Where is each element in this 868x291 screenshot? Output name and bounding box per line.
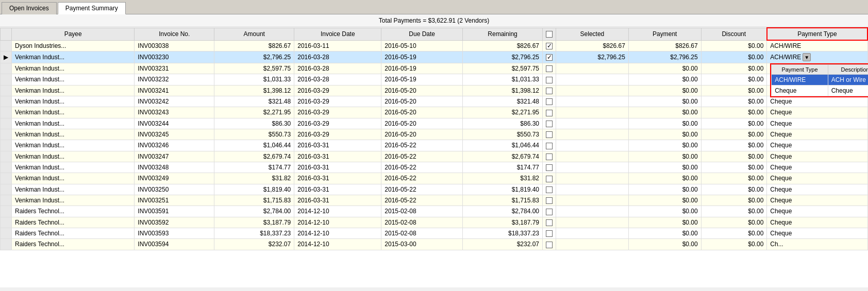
table-row[interactable]: Venkman Indust...INV003251$1,715.832016-… [1, 195, 868, 206]
checkbox-cell[interactable] [543, 239, 556, 250]
amount-cell: $1,046.44 [214, 140, 294, 151]
row-checkbox[interactable] [546, 143, 553, 149]
row-checkbox[interactable] [546, 65, 553, 72]
payment-type-cell[interactable]: Cheque [767, 162, 867, 173]
row-checkbox[interactable] [546, 176, 553, 182]
table-row[interactable]: Venkman Indust...INV003249$31.822016-03-… [1, 173, 868, 184]
table-row[interactable]: Raiders Technol...INV003592$3,187.792014… [1, 217, 868, 228]
dropdown-option[interactable]: ACH/WIREACH or Wire [772, 75, 868, 85]
table-row[interactable]: Dyson Industries...INV003038$826.672016-… [1, 40, 868, 52]
payment-type-cell[interactable]: Cheque [767, 129, 867, 140]
checkbox-cell[interactable] [543, 217, 556, 228]
table-row[interactable]: Venkman Indust...INV003241$1,398.122016-… [1, 85, 868, 96]
row-checkbox[interactable] [546, 242, 553, 248]
row-checkbox[interactable] [546, 219, 553, 226]
checkbox-cell[interactable] [543, 162, 556, 173]
discount-cell: $0.00 [701, 118, 767, 129]
payment-type-cell[interactable]: Cheque [767, 151, 867, 162]
row-checkbox[interactable] [546, 153, 553, 160]
row-checkbox[interactable] [546, 110, 553, 116]
payment-type-cell[interactable]: Cheque [767, 228, 867, 238]
checkbox-cell[interactable] [543, 63, 556, 74]
row-checkbox[interactable] [546, 230, 553, 237]
dropdown-option[interactable]: ChequeCheque [772, 85, 868, 96]
table-row[interactable]: Venkman Indust...INV003245$550.732016-03… [1, 129, 868, 140]
table-row[interactable]: Venkman Indust...INV003232$1,031.332016-… [1, 74, 868, 85]
select-all-header[interactable] [543, 28, 556, 40]
payment-type-cell[interactable]: Cheque [767, 96, 867, 107]
table-row[interactable]: Raiders Technol...INV003591$2,784.002014… [1, 206, 868, 217]
payment-cell: $0.00 [628, 107, 701, 118]
payment-type-cell[interactable]: Cheque [767, 195, 867, 206]
table-row[interactable]: Venkman Indust...INV003247$2,679.742016-… [1, 151, 868, 162]
dropdown-arrow-button[interactable]: ▼ [803, 53, 811, 61]
row-checkbox[interactable] [546, 54, 553, 61]
table-row[interactable]: Venkman Indust...INV003243$2,271.952016-… [1, 107, 868, 118]
checkbox-cell[interactable] [543, 40, 556, 52]
payment-type-cell[interactable]: Cheque [767, 184, 867, 195]
table-row[interactable]: Venkman Indust...INV003242$321.482016-03… [1, 96, 868, 107]
payment-type-cell[interactable]: Cheque [767, 118, 867, 129]
checkbox-cell[interactable] [543, 129, 556, 140]
row-checkbox[interactable] [546, 98, 553, 105]
payment-type-cell[interactable]: Cheque [767, 140, 867, 151]
payment-type-cell[interactable]: Cheque [767, 173, 867, 184]
payment-type-cell[interactable]: Cheque [767, 217, 867, 228]
invoice-date-cell: 2016-03-31 [294, 184, 381, 195]
remaining-cell: $2,271.95 [463, 107, 543, 118]
row-checkbox[interactable] [546, 209, 553, 215]
total-bar: Total Payments = $3,622.91 (2 Vendors) [0, 14, 868, 27]
checkbox-cell[interactable] [543, 52, 556, 63]
checkbox-cell[interactable] [543, 228, 556, 238]
row-checkbox[interactable] [546, 43, 553, 49]
payee-cell: Venkman Indust... [12, 173, 135, 184]
row-checkbox[interactable] [546, 88, 553, 94]
table-header-row: Payee Invoice No. Amount Invoice Date Du… [1, 28, 868, 40]
table-row[interactable]: Venkman Indust...INV003250$1,819.402016-… [1, 184, 868, 195]
checkbox-cell[interactable] [543, 173, 556, 184]
row-checkbox[interactable] [546, 77, 553, 83]
payment-cell: $0.00 [628, 63, 701, 74]
row-marker [1, 151, 12, 162]
payment-type-cell[interactable]: Cheque [767, 107, 867, 118]
selected-cell [556, 195, 629, 206]
row-checkbox[interactable] [546, 121, 553, 127]
payment-cell: $0.00 [628, 140, 701, 151]
table-row[interactable]: Venkman Indust...INV003248$174.772016-03… [1, 162, 868, 173]
checkbox-cell[interactable] [543, 151, 556, 162]
payment-cell: $0.00 [628, 118, 701, 129]
checkbox-cell[interactable] [543, 118, 556, 129]
table-row[interactable]: Raiders Technol...INV003593$18,337.23201… [1, 228, 868, 238]
payment-type-cell[interactable]: Ch... [767, 239, 867, 250]
table-row[interactable]: ▶Venkman Indust...INV003230$2,796.252016… [1, 52, 868, 63]
checkbox-cell[interactable] [543, 184, 556, 195]
table-row[interactable]: Venkman Indust...INV003231$2,597.752016-… [1, 63, 868, 74]
row-checkbox[interactable] [546, 131, 553, 138]
dropdown-wrapper: ACH/WIRE▼Payment TypeDescriptionACH/WIRE… [770, 53, 864, 61]
row-checkbox[interactable] [546, 197, 553, 204]
table-row[interactable]: Venkman Indust...INV003246$1,046.442016-… [1, 140, 868, 151]
checkbox-cell[interactable] [543, 74, 556, 85]
payment-type-cell[interactable]: Cheque [767, 206, 867, 217]
tab-open-invoices[interactable]: Open Invoices [2, 2, 57, 14]
remaining-cell: $86.30 [463, 118, 543, 129]
payment-type-cell[interactable]: ACH/WIRE▼Payment TypeDescriptionACH/WIRE… [767, 52, 867, 63]
checkbox-cell[interactable] [543, 107, 556, 118]
tab-payment-summary[interactable]: Payment Summary [58, 2, 126, 14]
checkbox-cell[interactable] [543, 96, 556, 107]
discount-cell: $0.00 [701, 173, 767, 184]
checkbox-cell[interactable] [543, 140, 556, 151]
invoice-no-cell: INV003594 [135, 239, 214, 250]
checkbox-cell[interactable] [543, 85, 556, 96]
invoice-date-cell: 2016-03-28 [294, 52, 381, 63]
row-checkbox[interactable] [546, 186, 553, 193]
table-row[interactable]: Raiders Technol...INV003594$232.072014-1… [1, 239, 868, 250]
checkbox-cell[interactable] [543, 195, 556, 206]
marker-col-header [1, 28, 12, 40]
payment-type-cell[interactable]: ACH/WIRE [767, 40, 867, 52]
table-row[interactable]: Venkman Indust...INV003244$86.302016-03-… [1, 118, 868, 129]
checkbox-cell[interactable] [543, 206, 556, 217]
select-all-checkbox[interactable] [546, 31, 553, 38]
row-checkbox[interactable] [546, 164, 553, 171]
invoice-date-cell: 2016-03-29 [294, 96, 381, 107]
